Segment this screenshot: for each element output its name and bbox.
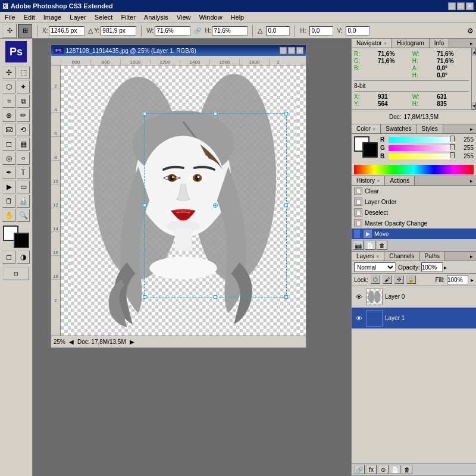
- statusbar-nav-right[interactable]: ▶: [130, 339, 134, 345]
- statusbar-nav-left[interactable]: ◀: [69, 339, 74, 345]
- minimize-button[interactable]: _: [448, 2, 456, 10]
- doc-close[interactable]: ×: [296, 47, 303, 54]
- menu-help[interactable]: Help: [227, 13, 248, 21]
- layer-new-btn[interactable]: 📄: [390, 465, 400, 474]
- tool-zoom[interactable]: 🔍: [17, 209, 30, 222]
- tab-navigator[interactable]: Navigator ×: [352, 39, 392, 48]
- layers-panel-options[interactable]: ▸: [466, 252, 476, 261]
- tab-history[interactable]: History ×: [352, 176, 385, 185]
- color-spectrum-bar[interactable]: [354, 165, 474, 174]
- close-color-tab[interactable]: ×: [372, 126, 375, 132]
- tool-eyedropper[interactable]: 🔬: [17, 195, 30, 208]
- g-slider-track[interactable]: [389, 145, 455, 151]
- menu-select[interactable]: Select: [91, 13, 117, 21]
- canvas-content[interactable]: ⊕: [61, 65, 306, 336]
- doc-window-buttons[interactable]: _ □ ×: [280, 47, 303, 54]
- quick-mask-btn[interactable]: ◑: [17, 250, 30, 264]
- tool-history-brush[interactable]: ⟲: [17, 123, 30, 136]
- scrollbar-up[interactable]: ▴: [472, 48, 476, 55]
- tab-paths[interactable]: Paths: [420, 252, 446, 261]
- opacity-arrow[interactable]: ▸: [444, 264, 447, 271]
- maximize-button[interactable]: □: [457, 2, 465, 10]
- tool-slice[interactable]: ⧉: [17, 95, 30, 108]
- v-skew-input[interactable]: [346, 26, 369, 36]
- menu-image[interactable]: Image: [40, 13, 65, 21]
- layer-mask-btn[interactable]: ⊙: [378, 465, 389, 474]
- layer-1-eye[interactable]: 👁: [354, 314, 364, 323]
- tool-dodge[interactable]: ○: [17, 152, 30, 165]
- tool-path-select[interactable]: ▶: [2, 180, 15, 193]
- layer-link-btn[interactable]: 🔗: [354, 465, 365, 474]
- menu-filter[interactable]: Filter: [117, 13, 139, 21]
- r-slider-thumb[interactable]: [450, 136, 455, 144]
- b-slider-thumb[interactable]: [450, 152, 455, 161]
- h-skew-input[interactable]: [309, 26, 333, 36]
- fill-arrow[interactable]: ▸: [471, 277, 474, 283]
- tool-brush[interactable]: ✏: [17, 109, 30, 122]
- tool-lasso[interactable]: ⬚: [17, 66, 30, 79]
- tool-magic-wand[interactable]: ✦: [17, 80, 30, 93]
- tab-info[interactable]: Info: [430, 39, 450, 48]
- y-input[interactable]: [101, 26, 136, 36]
- bg-color-swatch[interactable]: [14, 233, 29, 248]
- color-panel-options[interactable]: ▸: [466, 124, 476, 133]
- menu-window[interactable]: Window: [195, 13, 226, 21]
- x-input[interactable]: [49, 26, 84, 36]
- close-layers-tab[interactable]: ×: [376, 253, 379, 259]
- tab-color[interactable]: Color ×: [352, 124, 381, 133]
- tool-heal[interactable]: ⊕: [2, 109, 15, 122]
- move-tool-icon[interactable]: ✣: [2, 24, 17, 38]
- tab-layers[interactable]: Layers ×: [352, 252, 384, 261]
- history-item-deselect[interactable]: 📋 Deselect: [352, 207, 476, 218]
- menu-analysis[interactable]: Analysis: [140, 13, 172, 21]
- tool-notes[interactable]: 🗒: [2, 195, 15, 208]
- nav-panel-options[interactable]: ▸: [466, 39, 476, 48]
- menu-layer[interactable]: Layer: [66, 13, 90, 21]
- tool-pen[interactable]: ✒: [2, 166, 15, 179]
- close-history-tab[interactable]: ×: [377, 178, 380, 184]
- layer-item-0[interactable]: 👁 Layer 0: [352, 286, 476, 308]
- scrollbar-down[interactable]: ▾: [472, 102, 476, 109]
- close-navigator-tab[interactable]: ×: [384, 40, 387, 46]
- tab-histogram[interactable]: Histogram: [392, 39, 430, 48]
- history-item-clear[interactable]: 📋 Clear: [352, 186, 476, 196]
- tool-crop[interactable]: ⌗: [2, 95, 15, 108]
- screen-mode-btn[interactable]: ⊡: [3, 267, 29, 280]
- tool-marquee[interactable]: ⬡: [2, 80, 15, 93]
- h-input[interactable]: [212, 26, 248, 36]
- history-item-move[interactable]: ▶ Move: [352, 228, 476, 239]
- tool-hand[interactable]: ✋: [2, 209, 15, 222]
- title-bar-buttons[interactable]: _ □ ×: [448, 2, 474, 10]
- history-item-layer-order[interactable]: 📋 Layer Order: [352, 196, 476, 207]
- history-new-doc-btn[interactable]: 📄: [365, 240, 375, 250]
- standard-mode-btn[interactable]: ◻: [2, 250, 15, 264]
- layer-0-eye[interactable]: 👁: [354, 292, 364, 302]
- history-item-opacity[interactable]: 📋 Master Opacity Change: [352, 218, 476, 228]
- history-delete-btn[interactable]: 🗑: [377, 240, 387, 250]
- tool-eraser[interactable]: ◻: [2, 137, 15, 151]
- color-bg[interactable]: [362, 142, 378, 158]
- menu-file[interactable]: File: [1, 13, 19, 21]
- doc-minimize[interactable]: _: [280, 47, 287, 54]
- w-input[interactable]: [155, 26, 190, 36]
- menu-edit[interactable]: Edit: [20, 13, 39, 21]
- tab-actions[interactable]: Actions: [385, 176, 415, 185]
- history-snapshot-btn[interactable]: 📷: [353, 240, 364, 250]
- lock-move-btn[interactable]: ✣: [394, 275, 404, 284]
- layer-delete-btn[interactable]: 🗑: [402, 465, 412, 474]
- tool-blur[interactable]: ◎: [2, 152, 15, 165]
- g-slider-thumb[interactable]: [450, 144, 455, 152]
- angle-input[interactable]: [266, 26, 290, 36]
- opacity-input[interactable]: [421, 262, 443, 272]
- b-slider-track[interactable]: [389, 154, 455, 159]
- tool-gradient[interactable]: ▦: [17, 137, 30, 151]
- blend-mode-select[interactable]: Normal: [354, 262, 396, 272]
- layer-item-1[interactable]: 👁 Layer 1: [352, 308, 476, 329]
- lock-paint-btn[interactable]: 🖌: [383, 275, 392, 284]
- fill-input[interactable]: [447, 275, 468, 284]
- tab-styles[interactable]: Styles: [417, 124, 443, 133]
- close-button[interactable]: ×: [466, 2, 474, 10]
- tab-channels[interactable]: Channels: [384, 252, 419, 261]
- tool-text[interactable]: T: [17, 166, 30, 179]
- tool-clone[interactable]: 🖂: [2, 123, 15, 136]
